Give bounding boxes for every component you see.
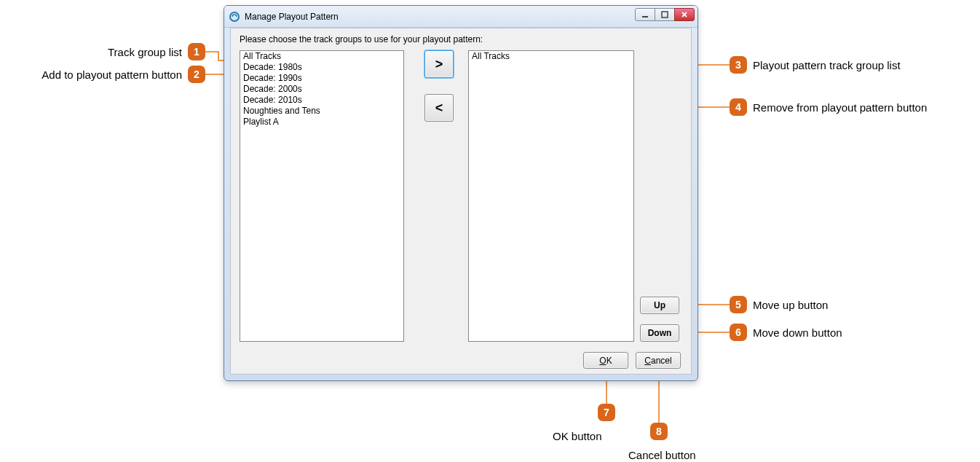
add-to-pattern-button[interactable]: > — [424, 50, 454, 78]
playout-pattern-list[interactable]: All Tracks — [468, 50, 634, 342]
list-item[interactable]: Decade: 1990s — [240, 73, 403, 84]
callout-6: 6 Move down button — [730, 324, 842, 341]
callout-8: 8 Cancel button — [650, 423, 668, 440]
titlebar[interactable]: Manage Playout Pattern — [224, 6, 698, 28]
svg-point-0 — [230, 12, 239, 21]
list-item[interactable]: Decade: 2000s — [240, 84, 403, 95]
minimize-button[interactable] — [635, 8, 655, 21]
list-item[interactable]: Noughties and Tens — [240, 106, 403, 117]
list-item[interactable]: Decade: 1980s — [240, 62, 403, 73]
window-title: Manage Playout Pattern — [245, 12, 339, 22]
close-button[interactable] — [674, 8, 695, 21]
callout-1: Track group list 1 — [0, 43, 205, 60]
maximize-button[interactable] — [655, 8, 675, 21]
list-item[interactable]: Playlist A — [240, 117, 403, 128]
list-item[interactable]: Decade: 2010s — [240, 95, 403, 106]
list-item[interactable]: All Tracks — [469, 51, 633, 62]
callout-5: 5 Move up button — [730, 296, 828, 313]
svg-rect-1 — [642, 16, 648, 17]
chevron-right-icon: > — [435, 57, 443, 72]
list-item[interactable]: All Tracks — [240, 51, 403, 62]
move-up-button[interactable]: Up — [640, 297, 679, 314]
callout-4: 4 Remove from playout pattern button — [730, 98, 927, 116]
app-icon — [229, 11, 240, 23]
callout-7: 7 OK button — [598, 404, 615, 421]
cancel-button[interactable]: Cancel — [636, 352, 681, 369]
dialog-client-area: Please choose the track groups to use fo… — [230, 28, 692, 375]
chevron-left-icon: < — [435, 101, 443, 116]
dialog-window: Manage Playout Pattern Please choose the… — [224, 5, 698, 381]
callout-3: 3 Playout pattern track group list — [730, 56, 901, 74]
ok-button[interactable]: OK — [583, 352, 628, 369]
move-down-button[interactable]: Down — [640, 324, 679, 342]
instruction-text: Please choose the track groups to use fo… — [240, 34, 483, 44]
svg-rect-2 — [662, 12, 668, 17]
callout-2: Add to playout pattern button 2 — [0, 66, 205, 83]
track-group-list[interactable]: All Tracks Decade: 1980s Decade: 1990s D… — [240, 50, 404, 342]
remove-from-pattern-button[interactable]: < — [424, 94, 454, 122]
